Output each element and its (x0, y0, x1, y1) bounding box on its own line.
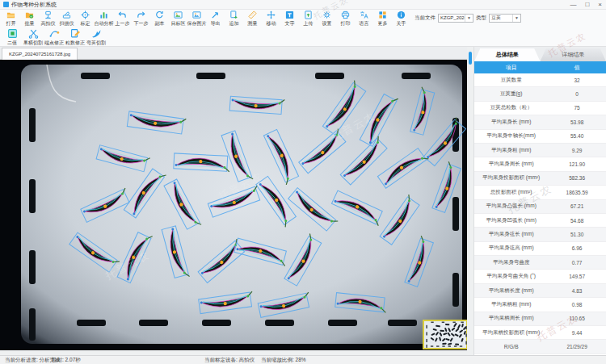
toolbar-button-label: 打印 (341, 20, 351, 27)
current-file-select[interactable]: KZGP_202407 ▼ (438, 14, 473, 23)
toolbar-button-upload[interactable]: 上传 (299, 10, 318, 27)
move-icon (267, 10, 276, 19)
toolbar-button-more[interactable]: 更多 (373, 10, 392, 27)
toolbar-button-save-image[interactable]: 保存图片 (187, 10, 206, 27)
title-bar: 作物考种分析系统 (0, 0, 606, 10)
result-row: 平均果身投影面积 (mm²)582.36 (474, 172, 606, 186)
result-row: 平均果身中轴长(mm)55.40 (474, 130, 606, 144)
result-item-label: 平均果柄长度 (mm) (474, 284, 548, 297)
current-file-value: KZGP_202407 (439, 15, 465, 20)
toolbar-button-duplicate[interactable]: 副本 (150, 10, 169, 27)
target-region-icon (174, 10, 183, 19)
result-item-label: 平均果身凹弧长 (mm) (474, 214, 548, 227)
document-tab[interactable]: KZGP_20240725161728.jpg (2, 48, 78, 60)
toolbar-button-stem-cut[interactable]: 果柄切割 (23, 28, 44, 46)
toolbar-button-print[interactable]: 打印 (336, 10, 355, 27)
toolbar-button-batch[interactable]: 批量 (20, 10, 39, 27)
tab-detailed-results[interactable]: 详细结果 (541, 48, 606, 61)
toolbar-button-settings[interactable]: 设置 (318, 10, 336, 27)
toolbar-button-label: 端点修正 (44, 40, 64, 47)
toolbar-button-label: 打开 (6, 20, 16, 27)
batch-folder-icon (25, 10, 34, 19)
toolbar-button-label: 果柄切割 (23, 40, 43, 47)
auto-analysis-chart-icon (99, 10, 108, 19)
toolbar-button-export[interactable]: 导出 (206, 10, 225, 27)
result-item-label: 平均果柄周长 (mm) (474, 312, 548, 325)
toolbar-button-prev-step[interactable]: 上一步 (113, 10, 132, 27)
toolbar-button-label: 关于 (397, 20, 406, 27)
result-row: 平均果身弯曲度0.77 (474, 256, 606, 270)
toolbar-button-label: 上一步 (116, 20, 130, 27)
result-item-label: 平均果身弦高 (mm) (474, 242, 548, 255)
image-canvas[interactable] (0, 60, 467, 350)
minimap[interactable] (423, 320, 467, 349)
type-value: 豆荚 (490, 15, 512, 22)
result-item-label: 平均果身弦长 (mm) (474, 228, 548, 241)
toolbar-button-append[interactable]: 追加 (225, 10, 243, 27)
edit-toolbar: 二值果柄切割端点修正粒数修正弯荚切割 (0, 27, 606, 47)
status-elapsed: 耗时: 2.07秒 (52, 357, 81, 364)
toolbar-button-open[interactable]: 打开 (2, 10, 20, 27)
toolbar-button-label: 更多 (378, 20, 388, 27)
result-item-value: 54.68 (548, 214, 606, 227)
toolbar-button-target-area[interactable]: 目标区 (169, 10, 187, 27)
toolbar-button-bent-pod-cut[interactable]: 弯荚切割 (86, 28, 107, 46)
toolbar-button-label: 副本 (155, 20, 165, 27)
tab-overall-results[interactable]: 总体结果 (474, 48, 541, 61)
result-item-value: 149.57 (548, 270, 606, 282)
result-item-label: 平均果身周长 (mm) (474, 157, 548, 170)
current-file-label: 当前文件 (415, 15, 436, 22)
result-row: 平均果身弯曲夹角 (°)149.57 (474, 270, 606, 283)
type-select[interactable]: 豆荚 ▼ (489, 14, 521, 23)
language-icon (360, 10, 368, 19)
toolbar-button-language[interactable]: 语言 (355, 10, 373, 27)
result-item-value: 51.30 (548, 228, 606, 241)
settings-gear-icon (322, 10, 331, 19)
minimize-button[interactable]: — (570, 0, 576, 10)
toolbar-button-label: 弯荚切割 (86, 40, 106, 47)
more-grid-icon (378, 10, 387, 19)
redo-arrow-icon (137, 10, 145, 19)
result-row: 平均果柄长度 (mm)4.83 (474, 284, 606, 298)
toolbar-button-measure[interactable]: 测量 (243, 10, 262, 27)
binary-icon (7, 28, 18, 39)
count-fix-icon (70, 28, 81, 39)
toolbar-button-label: 二值 (7, 40, 17, 47)
toolbar-button-count-fix[interactable]: 粒数修正 (65, 28, 86, 46)
toolbar-button-endpoint-fix[interactable]: 端点修正 (44, 28, 65, 46)
panel-splitter[interactable] (467, 47, 473, 355)
toolbar-button-next-step[interactable]: 下一步 (132, 10, 150, 27)
result-row: 平均果身粗 (mm)9.29 (474, 144, 606, 157)
result-item-value: 53.98 (548, 115, 606, 128)
panel-collapse-handle[interactable] (469, 52, 472, 65)
result-row: R/G/B21/29/29 (474, 340, 606, 354)
result-item-value: 0.77 (548, 256, 606, 269)
result-item-value: 32 (548, 73, 606, 86)
result-item-label: R/G/B (474, 340, 548, 353)
toolbar-button-about[interactable]: 关于 (392, 10, 410, 27)
result-item-label: 平均果柄粗 (mm) (474, 298, 548, 311)
calibration-target-icon (81, 10, 90, 19)
analyzed-image (0, 60, 467, 350)
toolbar-button-scanner[interactable]: 扫描仪 (57, 10, 76, 27)
toolbar-button-calibrate[interactable]: 标定 (76, 10, 95, 27)
result-row: 豆荚数量32 (474, 73, 606, 87)
result-item-label: 豆荚总粒数（粒） (474, 102, 548, 115)
toolbar-button-label: 高拍仪 (41, 20, 56, 27)
toolbar-button-move[interactable]: 移动 (262, 10, 280, 27)
result-row: 平均果身凹弧长 (mm)54.68 (474, 214, 606, 228)
results-table-body: 豆荚数量32豆荚重(g)0豆荚总粒数（粒）75平均果身长 (mm)53.98平均… (474, 73, 606, 364)
toolbar-button-doc-camera[interactable]: 高拍仪 (39, 10, 57, 27)
save-image-icon (192, 10, 201, 19)
toolbar-button-text[interactable]: 文字 (280, 10, 299, 27)
column-header-item: 项目 (474, 61, 548, 73)
toolbar-button-auto-analyze[interactable]: 自动分析 (95, 10, 113, 27)
file-bar: 当前文件 KZGP_202407 ▼ 类型 豆荚 ▼ (415, 10, 521, 25)
upload-icon (304, 10, 313, 19)
toolbar-button-binary[interactable]: 二值 (2, 28, 23, 46)
close-button[interactable]: × (598, 0, 602, 10)
maximize-button[interactable]: □ (585, 0, 589, 10)
status-bar: 当前分析进度: 分析完成 耗时: 2.07秒 当前标定设备: 高拍仪 当前缩放比… (0, 355, 606, 364)
result-item-value: 4.83 (548, 284, 606, 297)
result-item-label: 平均果身投影面积 (mm²) (474, 172, 548, 185)
